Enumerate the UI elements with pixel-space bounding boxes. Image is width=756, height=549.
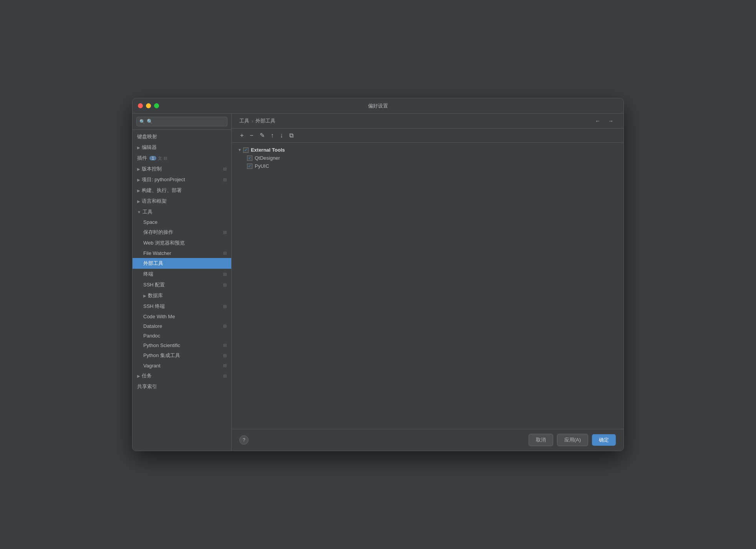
tree-item-label: PyUIC: [255, 163, 269, 169]
sidebar-list: 键盘映射 ▶ 编辑器 插件 1 文 ⊟ ▶ 版本控制: [133, 130, 231, 451]
chevron-right-icon: ▶: [137, 178, 140, 182]
sync-icon: ⊟: [223, 374, 227, 379]
chevron-right-icon: ▶: [137, 374, 140, 378]
chevron-down-icon: ▼: [137, 210, 141, 214]
tree-item-external-tools[interactable]: ▼ ✓ External Tools: [238, 146, 617, 154]
sidebar-item-plugins[interactable]: 插件 1 文 ⊟: [133, 153, 231, 164]
sidebar-item-tasks[interactable]: ▶ 任务 ⊟: [133, 370, 231, 381]
sidebar-item-save-actions[interactable]: 保存时的操作 ⊟: [133, 227, 231, 238]
sidebar-item-vagrant[interactable]: Vagrant ⊟: [133, 361, 231, 370]
sync-icon: ⊟: [223, 272, 227, 277]
sidebar-item-external-tools[interactable]: 外部工具: [133, 258, 231, 269]
sidebar-item-label: 保存时的操作: [143, 229, 173, 236]
chevron-right-icon: ▶: [143, 294, 146, 298]
move-up-button[interactable]: ↑: [269, 132, 276, 139]
sidebar-item-label: SSH 终端: [143, 303, 165, 310]
sidebar-item-label: 共享索引: [137, 383, 157, 390]
sidebar-item-web-browser[interactable]: Web 浏览器和预览: [133, 238, 231, 248]
sync-icon: ⊟: [223, 251, 227, 256]
sidebar-item-python-integrated[interactable]: Python 集成工具 ⊟: [133, 350, 231, 361]
sidebar-item-label: 项目: pythonProject: [142, 176, 185, 183]
add-button[interactable]: +: [238, 132, 246, 139]
qtdesigner-checkbox[interactable]: ✓: [247, 155, 252, 161]
minimize-button[interactable]: [146, 103, 151, 108]
sidebar-item-ssh-config[interactable]: SSH 配置 ⊟: [133, 279, 231, 290]
move-down-button[interactable]: ↓: [278, 132, 285, 139]
sidebar-item-label: Space: [143, 219, 158, 225]
help-button[interactable]: ?: [239, 435, 249, 445]
main-panel: 工具 › 外部工具 ← → + − ✎ ↑ ↓ ⧉: [232, 114, 623, 451]
sync-icon: ⊟: [164, 156, 167, 161]
sidebar-item-label: Python Scientific: [143, 342, 180, 348]
search-container: 🔍: [133, 114, 231, 130]
breadcrumb: 工具 › 外部工具 ← →: [232, 114, 623, 129]
chevron-right-icon: ▶: [137, 199, 140, 203]
sidebar-item-shared-index[interactable]: 共享索引: [133, 381, 231, 392]
sidebar-item-label: 键盘映射: [137, 133, 157, 140]
sync-icon: ⊟: [223, 283, 227, 288]
main-content: 🔍 键盘映射 ▶ 编辑器 插件 1 文: [133, 114, 623, 451]
sidebar-item-pandoc[interactable]: Pandoc: [133, 331, 231, 341]
copy-button[interactable]: ⧉: [287, 132, 296, 139]
sidebar-item-label: Vagrant: [143, 363, 161, 369]
sidebar-item-space[interactable]: Space: [133, 217, 231, 227]
cancel-button[interactable]: 取消: [529, 434, 553, 446]
search-input[interactable]: [136, 117, 227, 126]
sidebar-item-file-watcher[interactable]: File Watcher ⊟: [133, 248, 231, 258]
sidebar-item-code-with-me[interactable]: Code With Me: [133, 312, 231, 321]
sidebar-item-build[interactable]: ▶ 构建、执行、部署: [133, 185, 231, 196]
breadcrumb-separator: ›: [252, 118, 253, 124]
sidebar-item-vcs[interactable]: ▶ 版本控制 ⊟: [133, 164, 231, 174]
external-tools-checkbox[interactable]: ✓: [243, 147, 249, 153]
sidebar-item-terminal[interactable]: 终端 ⊟: [133, 269, 231, 279]
remove-button[interactable]: −: [247, 132, 255, 139]
nav-back-button[interactable]: ←: [593, 117, 603, 124]
apply-button[interactable]: 应用(A): [557, 434, 588, 446]
sync-icon: ⊟: [223, 230, 227, 235]
sync-icon: ⊟: [223, 343, 227, 348]
sidebar-item-database[interactable]: ▶ 数据库: [133, 290, 231, 301]
sidebar-item-lang[interactable]: ▶ 语言和框架: [133, 196, 231, 207]
sync-icon: ⊟: [223, 167, 227, 172]
pyuic-checkbox[interactable]: ✓: [247, 164, 252, 169]
sidebar-item-ssh-terminal[interactable]: SSH 终端 ⊟: [133, 301, 231, 312]
sidebar-item-datalore[interactable]: Datalore ⊟: [133, 321, 231, 331]
sidebar-item-label: 数据库: [148, 292, 163, 299]
sidebar-item-label: 终端: [143, 271, 153, 278]
sidebar-item-label: 工具: [143, 208, 153, 215]
sidebar-item-python-scientific[interactable]: Python Scientific ⊟: [133, 341, 231, 350]
sidebar-item-label: Datalore: [143, 323, 162, 329]
sidebar-item-label: 任务: [142, 372, 152, 379]
sidebar-item-label: Web 浏览器和预览: [143, 240, 185, 246]
close-button[interactable]: [138, 103, 143, 108]
maximize-button[interactable]: [154, 103, 159, 108]
tree-item-label: External Tools: [251, 147, 285, 153]
chevron-down-icon: ▼: [238, 148, 242, 152]
translate-icon: 文: [158, 155, 162, 161]
search-icon: 🔍: [139, 119, 145, 124]
tree-item-pyuic[interactable]: ✓ PyUIC: [238, 162, 617, 170]
nav-forward-button[interactable]: →: [606, 117, 616, 124]
sidebar-item-label: 版本控制: [142, 165, 162, 172]
sidebar-item-tools[interactable]: ▼ 工具: [133, 207, 231, 217]
sidebar-item-label: Code With Me: [143, 314, 175, 319]
sidebar-item-label: 编辑器: [142, 144, 157, 151]
sidebar-item-label: SSH 配置: [143, 281, 165, 288]
sidebar-item-label: Pandoc: [143, 333, 160, 339]
sidebar-item-keyboard[interactable]: 键盘映射: [133, 131, 231, 142]
edit-button[interactable]: ✎: [257, 132, 267, 139]
tree-item-qtdesigner[interactable]: ✓ QtDesigner: [238, 154, 617, 162]
titlebar: 偏好设置: [133, 98, 623, 114]
sidebar-item-project[interactable]: ▶ 项目: pythonProject ⊟: [133, 174, 231, 185]
sidebar-item-label: 语言和框架: [142, 198, 167, 205]
sidebar-item-editor[interactable]: ▶ 编辑器: [133, 142, 231, 153]
preferences-window: 偏好设置 🔍 键盘映射 ▶ 编辑器: [132, 98, 624, 451]
sidebar-item-label: File Watcher: [143, 250, 171, 256]
sync-icon: ⊟: [223, 363, 227, 368]
ok-button[interactable]: 确定: [592, 434, 616, 446]
sidebar-item-label: 构建、执行、部署: [142, 187, 182, 194]
chevron-right-icon: ▶: [137, 189, 140, 193]
sync-icon: ⊟: [223, 324, 227, 329]
search-wrapper: 🔍: [136, 117, 227, 126]
window-controls: [138, 103, 159, 108]
